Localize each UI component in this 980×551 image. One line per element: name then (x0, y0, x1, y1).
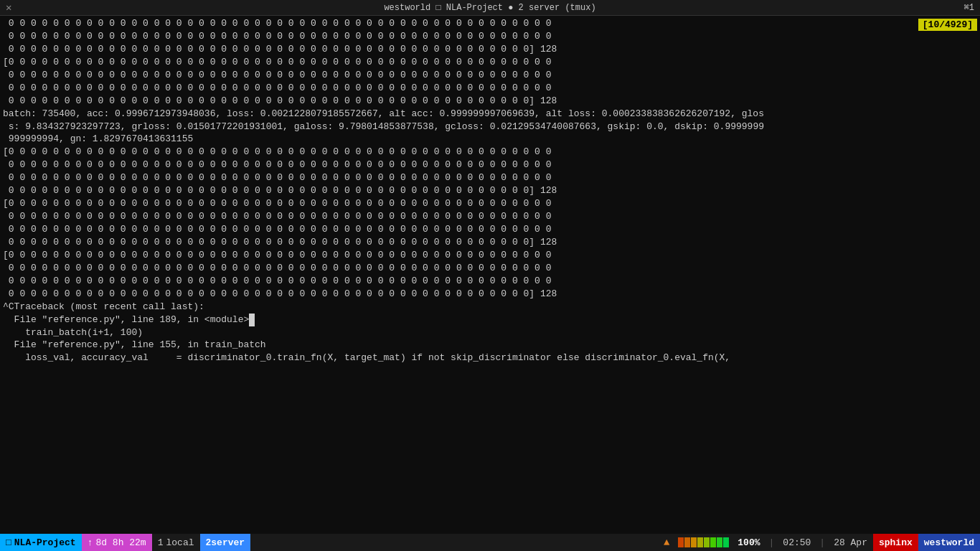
date-segment: 28 Apr (828, 534, 873, 551)
local-segment: 1 local (152, 534, 200, 551)
window-title: westworld □ NLA-Project ● 2 server (tmux… (384, 3, 595, 13)
sphinx-segment[interactable]: sphinx (873, 534, 918, 551)
progress-block-2 (684, 537, 690, 547)
progress-block-1 (678, 537, 684, 547)
upload-arrow: ▲ (658, 534, 675, 551)
git-info: 8d 8h 22m (95, 537, 146, 548)
zeros-row: 0 0 0 0 0 0 0 0 0 0 0 0 0 0 0 0 0 0 0 0 … (3, 159, 977, 171)
server-segment: 2 server (200, 534, 251, 551)
local-count: 1 (158, 537, 164, 548)
zeros-row: 0 0 0 0 0 0 0 0 0 0 0 0 0 0 0 0 0 0 0 0 … (3, 262, 977, 275)
zeros-row: 0 0 0 0 0 0 0 0 0 0 0 0 0 0 0 0 0 0 0 0 … (3, 69, 977, 82)
traceback-line: File "reference.py", line 189, in <modul… (3, 314, 977, 326)
progress-block-3 (691, 537, 697, 547)
zeros-row: [0 0 0 0 0 0 0 0 0 0 0 0 0 0 0 0 0 0 0 0… (3, 56, 977, 69)
nla-icon: □ (6, 537, 11, 548)
git-arrow-icon: ↑ (88, 537, 93, 548)
server-count: 2 (206, 537, 212, 548)
traceback-line: train_batch(i+1, 100) (3, 326, 977, 339)
zeros-row: 0 0 0 0 0 0 0 0 0 0 0 0 0 0 0 0 0 0 0 0 … (3, 184, 977, 197)
local-label: local (166, 537, 194, 548)
zeros-row: 0 0 0 0 0 0 0 0 0 0 0 0 0 0 0 0 0 0 0 0 … (3, 82, 977, 95)
title-bar: ✕ westworld □ NLA-Project ● 2 server (tm… (0, 0, 980, 16)
divider-1: | (766, 537, 778, 548)
progress-percent: 100% (732, 534, 765, 551)
progress-block-7 (717, 537, 722, 547)
line-counter: [10/4929] (918, 19, 977, 31)
batch-output: batch: 735400, acc: 0.9996712973948036, … (3, 108, 977, 146)
date-display: 28 Apr (834, 537, 867, 548)
server-label: server (211, 537, 245, 548)
sphinx-label: sphinx (879, 537, 913, 548)
zeros-row: 0 0 0 0 0 0 0 0 0 0 0 0 0 0 0 0 0 0 0 0 … (3, 171, 977, 184)
zeros-row: [0 0 0 0 0 0 0 0 0 0 0 0 0 0 0 0 0 0 0 0… (3, 197, 977, 210)
zeros-row: [0 0 0 0 0 0 0 0 0 0 0 0 0 0 0 0 0 0 0 0… (3, 146, 977, 159)
zeros-row: 0 0 0 0 0 0 0 0 0 0 0 0 0 0 0 0 0 0 0 0 … (3, 288, 977, 301)
time-display: 02:50 (783, 537, 811, 548)
zeros-row: 0 0 0 0 0 0 0 0 0 0 0 0 0 0 0 0 0 0 0 0 … (3, 223, 977, 236)
zeros-row: 0 0 0 0 0 0 0 0 0 0 0 0 0 0 0 0 0 0 0 0 … (3, 275, 977, 288)
arrow-up-icon: ▲ (664, 537, 669, 548)
progress-block-4 (697, 537, 703, 547)
traceback-header: ^CTraceback (most recent call last): (3, 301, 977, 314)
keyboard-shortcut: ⌘1 (964, 2, 974, 13)
traceback-line: loss_val, accuracy_val = discriminator_0… (3, 352, 977, 364)
progress-block-6 (710, 537, 716, 547)
cursor (249, 314, 255, 326)
zeros-row: 0 0 0 0 0 0 0 0 0 0 0 0 0 0 0 0 0 0 0 0 … (3, 43, 977, 56)
westworld-label: westworld (924, 537, 974, 548)
zeros-row: [0 0 0 0 0 0 0 0 0 0 0 0 0 0 0 0 0 0 0 0… (3, 249, 977, 262)
divider-2: | (816, 537, 828, 548)
zeros-row: 0 0 0 0 0 0 0 0 0 0 0 0 0 0 0 0 0 0 0 0 … (3, 30, 977, 43)
nla-label: NLA-Project (14, 537, 76, 548)
progress-block-8 (723, 537, 729, 547)
status-bar: □ NLA-Project ↑ 8d 8h 22m 1 local 2 serv… (0, 534, 980, 551)
zeros-row: 0 0 0 0 0 0 0 0 0 0 0 0 0 0 0 0 0 0 0 0 … (3, 210, 977, 223)
progress-blocks (675, 537, 732, 547)
nla-project-segment[interactable]: □ NLA-Project (0, 534, 82, 551)
zeros-row: 0 0 0 0 0 0 0 0 0 0 0 0 0 0 0 0 0 0 0 0 … (3, 17, 977, 30)
git-segment[interactable]: ↑ 8d 8h 22m (82, 534, 152, 551)
zeros-row: 0 0 0 0 0 0 0 0 0 0 0 0 0 0 0 0 0 0 0 0 … (3, 236, 977, 249)
zeros-row: 0 0 0 0 0 0 0 0 0 0 0 0 0 0 0 0 0 0 0 0 … (3, 95, 977, 108)
traceback-line: File "reference.py", line 155, in train_… (3, 339, 977, 352)
progress-block-5 (704, 537, 710, 547)
time-segment: 02:50 (777, 534, 816, 551)
westworld-segment[interactable]: westworld (918, 534, 980, 551)
close-button[interactable]: ✕ (6, 1, 11, 14)
terminal-area: [10/4929] 0 0 0 0 0 0 0 0 0 0 0 0 0 0 0 … (0, 16, 980, 534)
